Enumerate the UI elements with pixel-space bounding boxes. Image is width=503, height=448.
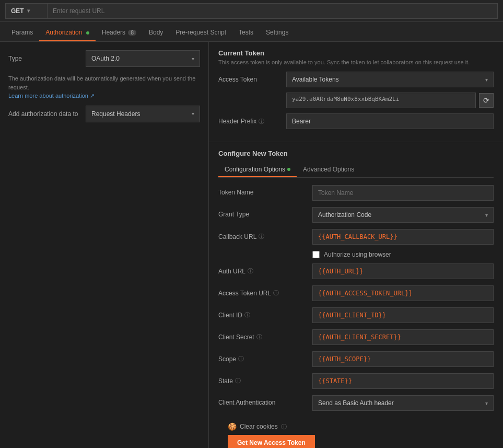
state-input[interactable] xyxy=(312,373,494,389)
grant-type-field: Authorization Code ▾ xyxy=(312,207,494,223)
clear-cookies-info-icon: ⓘ xyxy=(281,423,287,431)
sub-tab-advanced[interactable]: Advanced Options xyxy=(297,163,360,177)
token-name-input[interactable] xyxy=(312,185,494,201)
auth-url-label: Auth URL ⓘ xyxy=(218,263,307,275)
client-secret-label: Client Secret ⓘ xyxy=(218,329,307,341)
learn-more-link[interactable]: Learn more about authorization ↗ xyxy=(8,93,95,99)
scope-field xyxy=(312,351,494,367)
type-select[interactable]: OAuth 2.0 ▾ xyxy=(86,50,200,67)
configure-sub-tabs: Configuration Options Advanced Options xyxy=(218,163,494,178)
token-value-container: ya29.a0ARrdaM8uN0x8xxbBqBKAm2Li ⟳ xyxy=(286,93,494,108)
url-bar: GET ▾ xyxy=(0,0,503,22)
grant-type-label: Grant Type xyxy=(218,207,307,218)
clear-cookies-row[interactable]: 🍪 Clear cookies ⓘ xyxy=(228,422,484,431)
client-secret-row: Client Secret ⓘ xyxy=(218,329,494,345)
add-auth-label: Add authorization data to xyxy=(8,110,81,118)
client-auth-row: Client Authentication Send as Basic Auth… xyxy=(218,395,494,411)
client-auth-field: Send as Basic Auth header ▾ xyxy=(312,395,494,411)
available-tokens-chevron-icon: ▾ xyxy=(485,77,488,83)
add-auth-select-wrap: Request Headers ▾ xyxy=(86,106,200,122)
headers-badge: 8 xyxy=(128,30,136,36)
sub-tab-configuration[interactable]: Configuration Options xyxy=(218,163,297,177)
type-label: Type xyxy=(8,55,81,62)
clear-cookies-label: Clear cookies xyxy=(240,423,278,430)
tab-body[interactable]: Body xyxy=(143,25,169,41)
token-name-row: Token Name xyxy=(218,185,494,201)
access-token-row: Access Token Available Tokens ▾ xyxy=(218,72,494,87)
client-secret-input[interactable] xyxy=(312,329,494,345)
callback-url-row: Callback URL ⓘ xyxy=(218,229,494,245)
clear-cookies-icon: 🍪 xyxy=(228,422,237,431)
callback-url-input[interactable] xyxy=(312,229,494,245)
header-prefix-info-icon: ⓘ xyxy=(259,118,264,124)
add-auth-chevron-icon: ▾ xyxy=(192,111,194,117)
header-prefix-label: Header Prefix ⓘ xyxy=(218,118,286,125)
token-value-row: ya29.a0ARrdaM8uN0x8xxbBqBKAm2Li ⟳ xyxy=(218,93,494,108)
token-value-display: ya29.a0ARrdaM8uN0x8xxbBqBKAm2Li xyxy=(286,93,476,108)
type-select-wrap: OAuth 2.0 ▾ xyxy=(86,50,200,67)
token-sync-button[interactable]: ⟳ xyxy=(479,93,494,108)
state-label: State ⓘ xyxy=(218,373,307,385)
auth-url-input[interactable] xyxy=(312,263,494,279)
access-token-url-info-icon: ⓘ xyxy=(273,289,279,297)
client-id-input[interactable] xyxy=(312,307,494,323)
auth-url-field xyxy=(312,263,494,279)
method-select[interactable]: GET ▾ xyxy=(5,3,47,19)
header-prefix-input[interactable] xyxy=(286,113,494,129)
client-secret-field xyxy=(312,329,494,345)
client-id-row: Client ID ⓘ xyxy=(218,307,494,323)
add-auth-row: Add authorization data to Request Header… xyxy=(8,106,200,122)
callback-url-label: Callback URL ⓘ xyxy=(218,229,307,240)
client-auth-chevron-icon: ▾ xyxy=(485,400,488,406)
client-id-label: Client ID ⓘ xyxy=(218,307,307,319)
token-name-label: Token Name xyxy=(218,185,307,196)
method-chevron-icon: ▾ xyxy=(27,8,30,14)
auth-info-text: The authorization data will be automatic… xyxy=(8,74,200,100)
current-token-title: Current Token xyxy=(218,49,494,57)
tab-params[interactable]: Params xyxy=(5,25,39,41)
scope-row: Scope ⓘ xyxy=(218,351,494,367)
type-row: Type OAuth 2.0 ▾ xyxy=(8,50,200,67)
tab-tests[interactable]: Tests xyxy=(232,25,260,41)
grant-type-row: Grant Type Authorization Code ▾ xyxy=(218,207,494,223)
client-id-info-icon: ⓘ xyxy=(244,311,250,319)
client-auth-label: Client Authentication xyxy=(218,395,307,406)
bottom-actions: 🍪 Clear cookies ⓘ Get New Access Token xyxy=(218,417,494,448)
client-secret-info-icon: ⓘ xyxy=(256,333,262,341)
client-auth-select[interactable]: Send as Basic Auth header ▾ xyxy=(312,395,494,411)
main-content: Type OAuth 2.0 ▾ The authorization data … xyxy=(0,42,503,448)
header-prefix-row: Header Prefix ⓘ xyxy=(218,113,494,129)
scope-info-icon: ⓘ xyxy=(238,355,244,363)
auth-url-row: Auth URL ⓘ xyxy=(218,263,494,279)
nav-tabs: Params Authorization Headers 8 Body Pre-… xyxy=(0,22,503,42)
tab-headers[interactable]: Headers 8 xyxy=(96,25,143,41)
state-info-icon: ⓘ xyxy=(235,377,241,385)
url-input[interactable] xyxy=(47,3,498,19)
current-token-section: Current Token This access token is only … xyxy=(209,42,503,142)
tab-prerequest[interactable]: Pre-request Script xyxy=(169,25,232,41)
tab-settings[interactable]: Settings xyxy=(260,25,295,41)
configure-new-token-section: Configure New Token Configuration Option… xyxy=(209,142,503,448)
scope-input[interactable] xyxy=(312,351,494,367)
current-token-subtitle: This access token is only available to y… xyxy=(218,59,494,65)
tab-authorization[interactable]: Authorization xyxy=(39,25,95,41)
authorize-browser-checkbox[interactable] xyxy=(312,251,320,258)
type-chevron-icon: ▾ xyxy=(192,56,194,62)
configure-new-token-title: Configure New Token xyxy=(218,150,494,157)
grant-type-select[interactable]: Authorization Code ▾ xyxy=(312,207,494,223)
access-token-url-input[interactable] xyxy=(312,285,494,301)
config-tab-dot xyxy=(287,168,290,171)
callback-url-field xyxy=(312,229,494,245)
left-panel: Type OAuth 2.0 ▾ The authorization data … xyxy=(0,42,209,448)
client-id-field xyxy=(312,307,494,323)
available-tokens-select[interactable]: Available Tokens ▾ xyxy=(286,72,494,87)
add-auth-select[interactable]: Request Headers ▾ xyxy=(86,106,200,122)
get-new-access-token-button[interactable]: Get New Access Token xyxy=(228,435,315,448)
access-token-url-field xyxy=(312,285,494,301)
callback-url-info-icon: ⓘ xyxy=(259,233,264,240)
grant-type-chevron-icon: ▾ xyxy=(485,212,488,218)
right-panel: Current Token This access token is only … xyxy=(209,42,503,448)
authorize-browser-label: Authorize using browser xyxy=(324,251,391,258)
state-row: State ⓘ xyxy=(218,373,494,389)
access-token-url-row: Access Token URL ⓘ xyxy=(218,285,494,301)
